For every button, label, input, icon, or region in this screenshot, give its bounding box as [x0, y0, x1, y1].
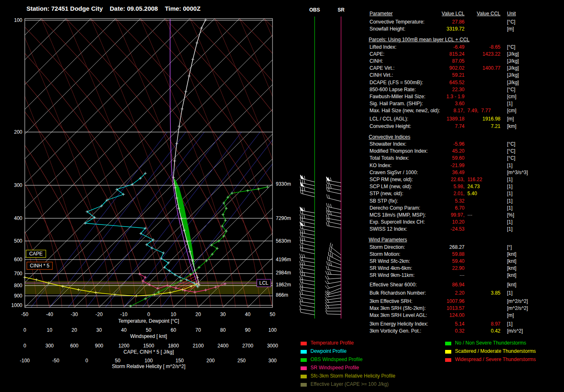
temperature-tick-label: 0 — [147, 312, 150, 317]
moist-adiabat-line — [239, 19, 334, 307]
wind-barb-staff — [301, 210, 315, 213]
wind-barb-tick — [329, 247, 329, 251]
windspeed-tick-label: 10 — [47, 327, 52, 333]
table-row: SR Wind 9km-11km:---[knt] — [369, 272, 548, 279]
wind-barb-tick — [300, 301, 301, 305]
value-ccl: 5.40 — [467, 191, 477, 196]
obs-wind-column: OBS — [300, 7, 320, 319]
wind-barb-tick — [328, 271, 329, 274]
wind-barb-staff — [301, 221, 315, 224]
cape-tick-label: 1800 — [168, 343, 179, 349]
wind-barb-tick — [330, 243, 331, 246]
windspeed-tick-label: 100 — [268, 327, 277, 333]
value-ccl: 7.49, 7.77 — [467, 108, 491, 113]
table-row: Storm Motion:59.88[knt] — [369, 251, 548, 258]
temperature-axis-title: Temperature, Dewpoint [°C] — [118, 318, 179, 324]
plot-border — [25, 19, 273, 307]
srh-tick-label: -50 — [52, 358, 59, 364]
wind-barb-tick — [328, 208, 329, 211]
table-row: Max 3km SRH Level AGL:124.00[m] — [369, 312, 548, 319]
wind-barb-tick — [330, 204, 331, 208]
unit-cell: [1] — [507, 191, 512, 196]
dry-adiabat-line — [0, 19, 149, 307]
wind-barb-tick — [329, 203, 329, 207]
wind-barb-staff — [301, 305, 315, 307]
table-row: Modified Thompson Index:45.20[°C] — [369, 148, 548, 155]
wind-barb-staff — [327, 218, 341, 221]
value-ccl: 1400.77 — [369, 65, 500, 71]
value-lcl: 3319.72 — [369, 26, 464, 32]
parameter-table: ParameterValue LCLValue CCLUnitConvectiv… — [369, 11, 548, 335]
wind-barb-tick — [302, 272, 303, 276]
wind-barb-tick — [300, 279, 301, 283]
srh-tick-label: 50 — [115, 358, 121, 364]
wind-barb-tick — [327, 276, 329, 279]
pressure-tick-label: 300 — [14, 182, 22, 188]
wind-barb-staff — [301, 218, 315, 220]
wind-barb-tick — [302, 179, 303, 183]
wind-barb-tick — [326, 266, 327, 270]
wind-barb-tick — [327, 210, 327, 214]
wind-barb-staff — [327, 191, 341, 194]
wind-barb-staff — [301, 251, 315, 254]
legend-label: Sfc-3km Storm Relative Helicity Profile — [310, 373, 395, 379]
wind-barb-tick — [304, 237, 305, 241]
unit-cell: [1] — [507, 198, 512, 204]
sr-column-label: SR — [338, 7, 345, 13]
wind-barb-tick — [325, 281, 327, 284]
value-lcl: 59.60 — [369, 155, 464, 161]
wind-barb-staff — [301, 294, 315, 296]
wind-barb-staff — [301, 275, 315, 278]
table-row: Exp. Supercell Index CH:10.20[1] — [369, 219, 548, 226]
legend-label: OBS Windspeed Profile — [310, 357, 363, 362]
obs-column-label: OBS — [309, 7, 320, 13]
dry-adiabat-line — [0, 19, 124, 307]
section-header: Convective Indices — [369, 134, 548, 141]
value-lcl: 22.30 — [369, 87, 464, 92]
pressure-tick-label: 1000 — [11, 302, 22, 308]
chart-annotation-label: CINH * 5 — [30, 263, 50, 269]
srh-tick-label: 250 — [237, 358, 246, 364]
legend-swatch — [301, 342, 307, 345]
wind-barb-staff — [327, 301, 341, 303]
wind-barb-tick — [326, 207, 327, 211]
value-ccl: 0.42 — [369, 328, 500, 334]
value-lcl: 86.94 — [369, 282, 464, 288]
table-row: MCS 18m/s (MMP, MSP):99.97,---[%] — [369, 212, 548, 219]
value-lcl: 10.20 — [369, 219, 464, 225]
wind-barb-tick — [302, 237, 303, 241]
value-ccl: 7.21 — [369, 123, 500, 129]
pressure-tick-label: 400 — [14, 215, 22, 221]
wind-barb-staff — [301, 290, 315, 293]
background-isopleths — [0, 19, 367, 307]
srh-tick-label: 150 — [175, 358, 184, 364]
value-ccl: 24.73 — [467, 184, 480, 189]
wind-barb-tick — [304, 180, 305, 184]
wind-barb-tick — [300, 232, 301, 236]
srh-tick-label: 300 — [268, 358, 277, 364]
cape-tick-label: 1200 — [118, 343, 130, 349]
temperature-tick-label: 10 — [171, 312, 176, 317]
legend-swatch — [445, 342, 451, 345]
wind-barb-staff — [301, 264, 315, 267]
table-row: 850-600 Lapse Rate:22.30[°C] — [369, 87, 548, 94]
wind-barb-staff — [327, 305, 341, 305]
wind-barb-tick — [300, 291, 301, 295]
temperature-tick-label: 20 — [195, 312, 201, 317]
legend-label: No / Non Severe Thunderstorms — [455, 340, 526, 346]
isotherm-line — [223, 19, 367, 307]
isotherm-line — [198, 19, 367, 307]
wind-barb-staff — [330, 246, 341, 255]
table-row: SWISS 12 Index:-24.53[1] — [369, 226, 548, 233]
table-row: Snowfall Height:3319.72[m] — [369, 26, 548, 33]
legend-swatch — [445, 350, 451, 354]
unit-cell: [1] — [507, 290, 512, 296]
wind-barb-staff — [327, 314, 341, 314]
temperature-tick-label: 30 — [220, 312, 226, 317]
wind-barb-tick — [304, 176, 305, 179]
wind-barb-tick — [325, 276, 327, 279]
dry-adiabat-line — [41, 19, 223, 307]
unit-cell: [1] — [507, 177, 512, 182]
wind-barb-tick — [331, 248, 331, 252]
srh-axis-title: Storm Relative Helicity [ m^2/s^2] — [112, 364, 185, 369]
